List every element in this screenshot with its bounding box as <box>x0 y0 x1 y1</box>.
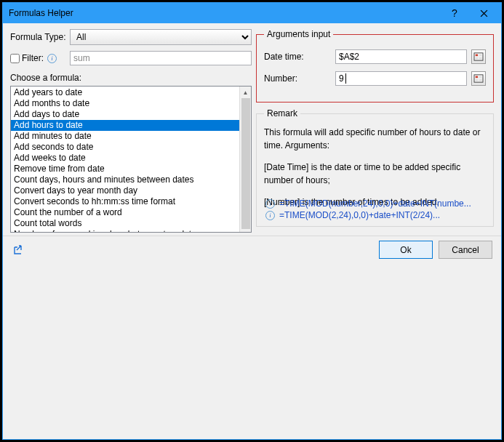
list-item[interactable]: Add months to date <box>11 98 239 109</box>
arg-datetime-label: Date time: <box>264 52 331 62</box>
range-select-button[interactable] <box>471 71 486 86</box>
formula-type-select[interactable]: All <box>70 29 252 45</box>
svg-rect-1 <box>476 55 478 57</box>
close-button[interactable] <box>469 3 498 23</box>
filter-input[interactable] <box>70 51 252 65</box>
list-item[interactable]: Count the number of a word <box>11 207 239 218</box>
left-column: Formula Type: All Filter: i Choose a for… <box>10 29 252 233</box>
titlebar: Formulas Helper ? <box>3 3 501 23</box>
window-title: Formulas Helper <box>9 8 440 18</box>
formula-line-resolved[interactable]: i =TIME(MOD(2,24),0,0)+date+INT(2/24)... <box>265 210 486 220</box>
share-icon[interactable] <box>12 244 25 257</box>
ok-button[interactable]: Ok <box>379 241 433 259</box>
formula-listbox[interactable]: Add years to dateAdd months to dateAdd d… <box>10 86 252 233</box>
svg-rect-5 <box>474 75 483 82</box>
range-select-button[interactable] <box>471 49 486 64</box>
remark-p2: [Date Time] is the date or time to be ad… <box>264 161 486 187</box>
list-item[interactable]: Count total words <box>11 218 239 229</box>
list-item[interactable]: Add years to date <box>11 87 239 98</box>
arguments-legend: Arguments input <box>264 29 333 39</box>
svg-rect-8 <box>476 79 478 81</box>
info-icon[interactable]: i <box>47 54 57 63</box>
list-item[interactable]: Add weeks to date <box>11 153 239 164</box>
svg-rect-9 <box>479 79 481 81</box>
cancel-button[interactable]: Cancel <box>439 241 492 259</box>
svg-rect-0 <box>474 53 483 60</box>
list-item[interactable]: Add days to date <box>11 109 239 120</box>
svg-rect-2 <box>479 55 481 57</box>
formula-type-row: Formula Type: All <box>10 29 252 45</box>
scroll-track[interactable] <box>240 98 251 220</box>
scroll-thumb[interactable] <box>241 98 250 229</box>
scroll-up-icon[interactable]: ▲ <box>240 87 251 98</box>
svg-rect-6 <box>476 76 478 79</box>
svg-rect-7 <box>479 76 481 79</box>
remark-fieldset: Remark This formula will add specific nu… <box>256 108 494 227</box>
filter-label: Filter: <box>22 53 44 63</box>
list-item[interactable]: Count days, hours and minutes between da… <box>11 174 239 185</box>
filter-checkbox[interactable] <box>10 54 20 63</box>
right-column: Arguments input Date time: Number: <box>256 29 494 233</box>
remark-p1: This formula will add specific number of… <box>264 126 486 152</box>
list-item[interactable]: Add seconds to date <box>11 142 239 153</box>
arguments-fieldset: Arguments input Date time: Number: <box>256 29 494 103</box>
formula-type-label: Formula Type: <box>10 32 70 42</box>
arg-datetime-input[interactable] <box>335 49 467 64</box>
list-item[interactable]: Add hours to date <box>11 120 239 131</box>
arg-row-datetime: Date time: <box>264 49 486 64</box>
filter-row: Filter: i <box>10 51 252 65</box>
scrollbar[interactable]: ▲ ▼ <box>239 87 251 232</box>
arg-number-input[interactable] <box>335 71 467 86</box>
info-icon: i <box>265 211 275 220</box>
remark-legend: Remark <box>264 108 300 118</box>
list-item[interactable]: Convert days to year month day <box>11 185 239 196</box>
choose-formula-label: Choose a formula: <box>10 73 252 83</box>
dialog-body: Formula Type: All Filter: i Choose a for… <box>3 23 501 236</box>
list-item[interactable]: Number of non-working days between two d… <box>11 229 239 232</box>
formula-line-generic[interactable]: i =TIME(MOD(number,24),0,0)+date+INT(num… <box>265 198 486 209</box>
formula-preview: i =TIME(MOD(number,24),0,0)+date+INT(num… <box>265 197 486 220</box>
formulas-helper-dialog: Formulas Helper ? Formula Type: All Filt… <box>2 2 502 440</box>
list-item[interactable]: Convert seconds to hh:mm:ss time format <box>11 196 239 207</box>
help-button[interactable]: ? <box>440 3 469 23</box>
list-item[interactable]: Remove time from date <box>11 164 239 174</box>
dialog-footer: Ok Cancel <box>3 236 501 263</box>
svg-rect-4 <box>479 57 481 60</box>
svg-rect-3 <box>476 57 478 60</box>
arg-row-number: Number: <box>264 71 486 86</box>
arg-number-label: Number: <box>264 73 331 84</box>
info-icon: i <box>265 199 275 209</box>
list-item[interactable]: Add minutes to date <box>11 131 239 142</box>
